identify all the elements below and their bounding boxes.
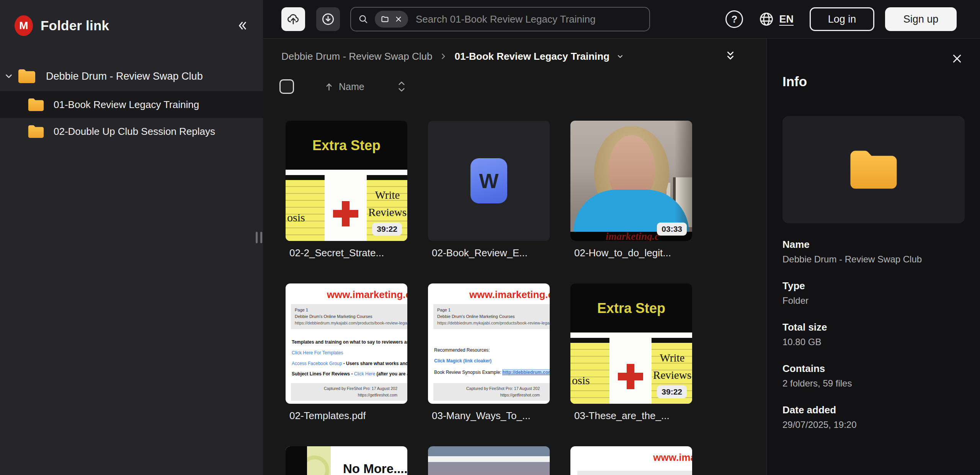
tree-node-02-double-up[interactable]: 02-Double Up Club Session Replays — [0, 118, 263, 145]
file-name: 03-These_are_the_... — [570, 410, 692, 422]
video-thumbnail: Extra Step osis Write Reviews — [286, 121, 407, 241]
search-input[interactable] — [415, 13, 642, 26]
signup-button[interactable]: Sign up — [885, 7, 957, 31]
file-name: 02-How_to_do_legit... — [570, 247, 692, 259]
image-thumbnail — [428, 446, 550, 475]
file-grid: Extra Step osis Write Reviews — [286, 121, 766, 475]
video-thumbnail: Extra Step osis Write Reviews — [570, 283, 692, 404]
search-icon — [358, 14, 369, 25]
red-plus-icon — [618, 364, 643, 389]
info-field-total-size: Total size 10.80 GB — [782, 321, 965, 347]
file-item[interactable]: No More.... — [286, 446, 407, 475]
topbar: ? EN Log in Sign up — [263, 0, 980, 39]
tree-node-01-book-review[interactable]: 01-Book Review Legacy Training — [0, 91, 263, 118]
folder-icon — [28, 98, 44, 112]
video-duration-badge: 39:22 — [657, 385, 687, 398]
file-name: 02-Templates.pdf — [286, 410, 407, 422]
document-thumbnail: W — [428, 121, 550, 241]
cloud-upload-icon — [286, 12, 300, 26]
breadcrumb-parent[interactable]: Debbie Drum - Review Swap Club — [281, 51, 432, 62]
word-doc-icon: W — [470, 158, 507, 203]
search-scope-chip[interactable] — [375, 11, 408, 28]
file-item[interactable]: www.ima Page 1 Debbie Drum's Online Mark… — [570, 446, 692, 475]
help-button[interactable]: ? — [725, 10, 743, 28]
question-mark-icon: ? — [732, 13, 738, 25]
file-item[interactable]: Extra Step osis Write Reviews — [286, 121, 407, 259]
tree-node-root[interactable]: Debbie Drum - Review Swap Club — [0, 61, 263, 91]
breadcrumb: Debbie Drum - Review Swap Club 01-Book R… — [263, 39, 766, 74]
tree-root-label: Debbie Drum - Review Swap Club — [46, 70, 203, 82]
sidebar-header: M Folder link — [0, 0, 263, 36]
video-duration-badge: 39:22 — [372, 223, 402, 236]
file-item[interactable]: W 02-Book_Review_E... — [428, 121, 550, 259]
chevron-right-icon — [439, 52, 448, 61]
search-box[interactable] — [350, 7, 650, 31]
red-plus-icon — [333, 201, 358, 226]
folder-link-app: M Folder link Debbie Drum - Review Swap … — [0, 0, 980, 475]
file-browser: Debbie Drum - Review Swap Club 01-Book R… — [263, 39, 766, 475]
circle-download-icon — [321, 12, 335, 26]
file-item[interactable] — [428, 446, 550, 475]
info-field-name: Name Debbie Drum - Review Swap Club — [782, 239, 965, 265]
breadcrumb-menu-icon[interactable] — [616, 52, 625, 61]
folder-icon — [848, 149, 899, 191]
mega-logo: M — [15, 15, 33, 36]
download-button[interactable] — [316, 7, 340, 31]
thumb-headline: Extra Step — [312, 138, 381, 154]
watermark-text: imarketing.c — [606, 231, 659, 241]
folder-icon — [18, 69, 36, 84]
info-panel: Info Name Debbie Drum - Review Swap Club… — [766, 39, 980, 475]
tree-child-label: 02-Double Up Club Session Replays — [54, 126, 215, 138]
video-thumbnail: imarketing.c 03:33 — [570, 121, 692, 241]
image-thumbnail: No More.... — [286, 446, 407, 475]
clear-scope-icon[interactable] — [395, 15, 402, 23]
language-button[interactable] — [758, 11, 774, 27]
double-chevron-left-icon — [235, 19, 248, 32]
file-item[interactable]: www.imarketing.c Page 1 Debbie Drum's On… — [428, 283, 550, 422]
sort-bar: Name — [263, 74, 766, 99]
chevron-down-icon[interactable] — [4, 71, 15, 81]
info-panel-title: Info — [782, 74, 965, 89]
upload-button[interactable] — [281, 7, 305, 31]
folder-chip-icon — [381, 15, 390, 24]
info-field-date-added: Date added 29/07/2025, 19:20 — [782, 404, 965, 430]
main-area: ? EN Log in Sign up Debbie Drum - Review… — [263, 0, 980, 475]
info-field-contains: Contains 2 folders, 59 files — [782, 363, 965, 389]
pdf-thumbnail: www.imarketing.c Page 1 Debbie Drum's On… — [286, 283, 407, 404]
folder-tree: Debbie Drum - Review Swap Club 01-Book R… — [0, 61, 263, 145]
collapse-sidebar-button[interactable] — [235, 19, 248, 32]
sidebar-resize-handle[interactable] — [256, 232, 262, 243]
content-area: Debbie Drum - Review Swap Club 01-Book R… — [263, 39, 980, 475]
close-info-button[interactable] — [951, 52, 963, 65]
globe-icon — [758, 11, 774, 27]
file-item[interactable]: imarketing.c 03:33 02-How_to_do_legit... — [570, 121, 692, 259]
pdf-thumbnail: www.imarketing.c Page 1 Debbie Drum's On… — [428, 283, 550, 404]
folder-icon — [28, 124, 44, 139]
sort-ascending-icon[interactable] — [324, 82, 334, 92]
info-preview-card — [782, 116, 965, 223]
video-duration-badge: 03:33 — [657, 223, 687, 236]
sort-by-label[interactable]: Name — [339, 81, 364, 92]
file-name: 02-2_Secret_Strate... — [286, 247, 407, 259]
pdf-thumbnail: www.ima Page 1 Debbie Drum's Online Mark… — [570, 446, 692, 475]
page-title: Folder link — [41, 18, 109, 33]
file-name: 03-Many_Ways_To_... — [428, 410, 550, 422]
sidebar: M Folder link Debbie Drum - Review Swap … — [0, 0, 263, 475]
file-item[interactable]: www.imarketing.c Page 1 Debbie Drum's On… — [286, 283, 407, 422]
tree-child-label: 01-Book Review Legacy Training — [54, 99, 199, 111]
file-name: 02-Book_Review_E... — [428, 247, 550, 259]
breadcrumb-current[interactable]: 01-Book Review Legacy Training — [454, 51, 609, 62]
sort-order-icon[interactable] — [397, 80, 406, 93]
language-code[interactable]: EN — [779, 13, 794, 25]
close-icon — [951, 52, 963, 65]
file-item[interactable]: Extra Step osis Write Reviews — [570, 283, 692, 422]
double-chevron-down-icon — [724, 49, 737, 63]
info-field-type: Type Folder — [782, 280, 965, 306]
login-button[interactable]: Log in — [810, 7, 874, 31]
collapse-header-button[interactable] — [724, 49, 737, 63]
select-all-checkbox[interactable] — [279, 79, 294, 94]
